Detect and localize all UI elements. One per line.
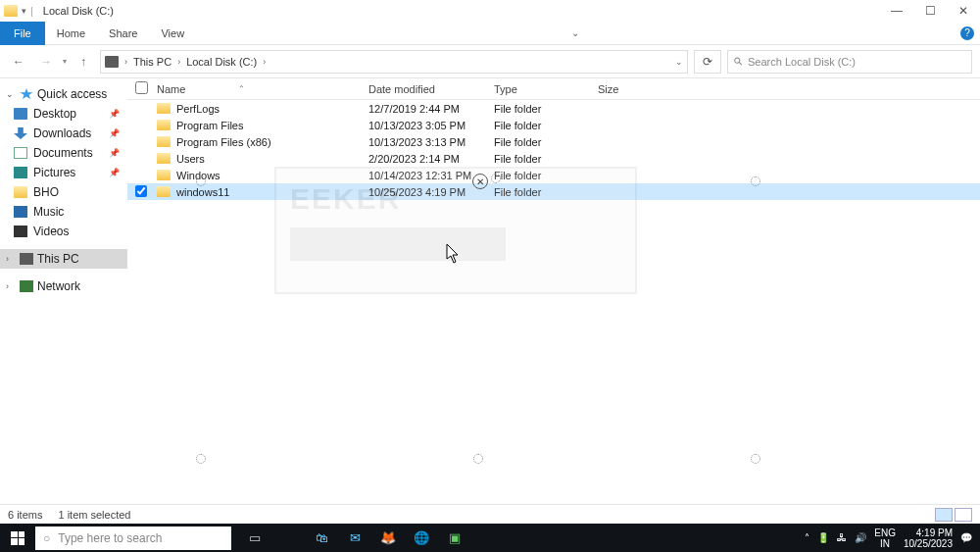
search-icon: ⚲ bbox=[731, 54, 746, 69]
col-name-header[interactable]: Name bbox=[157, 83, 185, 95]
file-row[interactable]: Users 2/20/2023 2:14 PM File folder bbox=[127, 150, 980, 167]
ribbon: File Home Share View ⌄ ? bbox=[0, 22, 980, 45]
sidebar-network[interactable]: › Network bbox=[0, 276, 127, 296]
status-item-count: 6 items bbox=[8, 509, 42, 521]
sidebar: ⌄ Quick access Desktop📌Downloads📌Documen… bbox=[0, 78, 127, 529]
maximize-button[interactable]: ☐ bbox=[913, 0, 947, 22]
task-view-icon[interactable]: ▭ bbox=[245, 528, 265, 548]
sidebar-this-pc[interactable]: › This PC bbox=[0, 249, 127, 269]
sidebar-item-label: BHO bbox=[33, 185, 59, 199]
col-date-header[interactable]: Date modified bbox=[368, 83, 494, 95]
file-type: File folder bbox=[494, 153, 598, 165]
file-row[interactable]: Program Files (x86) 10/13/2023 3:13 PM F… bbox=[127, 133, 980, 150]
file-type: File folder bbox=[494, 120, 598, 131]
sidebar-item-music[interactable]: Music bbox=[0, 202, 127, 222]
file-date: 10/13/2023 3:13 PM bbox=[368, 136, 494, 148]
sidebar-item-desktop[interactable]: Desktop📌 bbox=[0, 104, 127, 124]
col-type-header[interactable]: Type bbox=[494, 83, 598, 95]
file-tab[interactable]: File bbox=[0, 22, 45, 45]
folder-icon bbox=[157, 120, 171, 130]
column-headers[interactable]: Name⌃ Date modified Type Size bbox=[127, 78, 980, 100]
chevron-right-icon[interactable]: › bbox=[261, 57, 268, 67]
view-large-icons-button[interactable] bbox=[955, 508, 972, 522]
network-label: Network bbox=[37, 279, 80, 293]
sidebar-item-label: Music bbox=[33, 205, 64, 219]
file-row[interactable]: PerfLogs 12/7/2019 2:44 PM File folder bbox=[127, 100, 980, 117]
quick-access-toolbar[interactable]: ▾ bbox=[22, 6, 26, 16]
edge-icon[interactable]: 🌐 bbox=[412, 528, 431, 548]
music-icon bbox=[14, 206, 27, 218]
tab-share[interactable]: Share bbox=[97, 22, 149, 45]
clock[interactable]: 4:19 PM10/25/2023 bbox=[904, 527, 953, 549]
folder-icon bbox=[157, 170, 171, 180]
chevron-right-icon[interactable]: › bbox=[122, 57, 129, 67]
sidebar-item-label: Videos bbox=[33, 225, 69, 238]
view-details-button[interactable] bbox=[935, 508, 953, 522]
app-icon[interactable]: ▣ bbox=[445, 528, 465, 548]
file-name: Program Files bbox=[176, 120, 243, 131]
taskbar-search-placeholder: Type here to search bbox=[58, 531, 162, 545]
tab-home[interactable]: Home bbox=[45, 22, 97, 45]
chevron-down-icon[interactable]: ⌄ bbox=[6, 89, 16, 99]
tray-chevron-icon[interactable]: ˄ bbox=[805, 532, 809, 543]
sidebar-quick-access[interactable]: ⌄ Quick access bbox=[0, 84, 127, 104]
minimize-button[interactable]: — bbox=[880, 0, 913, 22]
chevron-right-icon[interactable]: › bbox=[6, 281, 16, 291]
pc-icon bbox=[20, 253, 33, 265]
file-type: File folder bbox=[494, 103, 598, 115]
this-pc-label: This PC bbox=[37, 252, 79, 266]
folder-icon bbox=[157, 153, 171, 164]
file-name: Program Files (x86) bbox=[176, 136, 271, 148]
back-button[interactable]: ← bbox=[8, 51, 29, 73]
network-icon bbox=[20, 280, 33, 292]
folder-icon bbox=[157, 103, 171, 114]
quick-access-label: Quick access bbox=[37, 87, 107, 101]
breadcrumb[interactable]: › This PC › Local Disk (C:) › ⌄ bbox=[100, 50, 688, 74]
file-row[interactable]: Program Files 10/13/2023 3:05 PM File fo… bbox=[127, 117, 980, 133]
sidebar-item-documents[interactable]: Documents📌 bbox=[0, 143, 127, 163]
watermark-dot bbox=[751, 454, 760, 464]
file-explorer-icon[interactable] bbox=[278, 528, 298, 548]
search-input[interactable]: ⚲ Search Local Disk (C:) bbox=[727, 50, 972, 74]
taskbar-search-input[interactable]: ○ Type here to search bbox=[35, 527, 231, 550]
downloads-icon bbox=[14, 127, 27, 139]
sidebar-item-pictures[interactable]: Pictures📌 bbox=[0, 163, 127, 182]
row-checkbox[interactable] bbox=[135, 185, 147, 197]
up-button[interactable]: ↑ bbox=[73, 51, 94, 73]
select-all-checkbox[interactable] bbox=[135, 81, 148, 94]
sidebar-item-downloads[interactable]: Downloads📌 bbox=[0, 124, 127, 143]
crumb-drive[interactable]: Local Disk (C:) bbox=[186, 56, 257, 68]
firefox-icon[interactable]: 🦊 bbox=[378, 528, 398, 548]
volume-icon[interactable]: 🔊 bbox=[855, 532, 866, 543]
start-button[interactable] bbox=[0, 524, 35, 552]
chevron-right-icon[interactable]: › bbox=[6, 254, 16, 264]
folder-icon bbox=[157, 186, 171, 197]
network-icon[interactable]: 🖧 bbox=[837, 532, 847, 543]
microsoft-store-icon[interactable]: 🛍 bbox=[312, 528, 331, 548]
notifications-icon[interactable]: 💬 bbox=[960, 532, 972, 543]
file-row[interactable]: Windows 10/14/2023 12:31 PM File folder bbox=[127, 167, 980, 183]
address-dropdown-icon[interactable]: ⌄ bbox=[675, 57, 683, 67]
close-button[interactable]: ✕ bbox=[947, 0, 980, 22]
col-size-header[interactable]: Size bbox=[598, 83, 676, 95]
file-list-pane[interactable]: Name⌃ Date modified Type Size PerfLogs 1… bbox=[127, 78, 980, 529]
app-icon bbox=[4, 5, 18, 17]
system-tray[interactable]: ˄ 🔋 🖧 🔊 ENGIN 4:19 PM10/25/2023 💬 bbox=[797, 527, 980, 549]
crumb-thispc[interactable]: This PC bbox=[133, 56, 172, 68]
mail-icon[interactable]: ✉ bbox=[345, 528, 365, 548]
pic-icon bbox=[14, 167, 27, 178]
battery-icon[interactable]: 🔋 bbox=[817, 532, 829, 543]
refresh-button[interactable]: ⟳ bbox=[694, 50, 721, 74]
tab-view[interactable]: View bbox=[149, 22, 196, 45]
recent-menu-icon[interactable]: ▾ bbox=[63, 57, 67, 66]
forward-button[interactable]: → bbox=[35, 51, 57, 73]
sidebar-item-videos[interactable]: Videos bbox=[0, 222, 127, 241]
ribbon-expand-icon[interactable]: ⌄ bbox=[571, 27, 579, 38]
file-row[interactable]: windows11 10/25/2023 4:19 PM File folder bbox=[127, 183, 980, 200]
language-indicator[interactable]: ENGIN bbox=[874, 527, 896, 549]
sidebar-item-label: Downloads bbox=[33, 126, 91, 140]
chevron-right-icon[interactable]: › bbox=[175, 57, 182, 67]
sidebar-item-label: Pictures bbox=[33, 166, 75, 179]
help-icon[interactable]: ? bbox=[960, 26, 974, 40]
sidebar-item-bho[interactable]: BHO bbox=[0, 182, 127, 202]
